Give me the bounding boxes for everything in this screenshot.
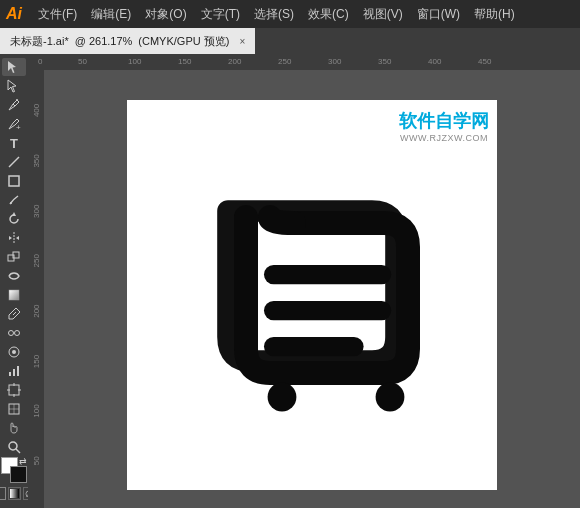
- svg-point-30: [9, 442, 17, 450]
- ruler-top: 0 50 100 150 200 250 300 350 400 450: [28, 54, 580, 70]
- svg-rect-13: [9, 290, 19, 300]
- tool-gradient[interactable]: [2, 286, 26, 304]
- canvas-wrapper[interactable]: 软件自学网 WWW.RJZXW.COM: [44, 70, 580, 508]
- swap-colors-icon[interactable]: ⇄: [19, 457, 27, 466]
- svg-marker-0: [8, 61, 16, 73]
- tool-slice[interactable]: [2, 400, 26, 418]
- svg-line-4: [9, 157, 19, 167]
- tool-line[interactable]: [2, 153, 26, 171]
- svg-rect-19: [9, 372, 11, 376]
- svg-marker-9: [9, 236, 12, 240]
- tool-select[interactable]: [2, 58, 26, 76]
- menu-edit[interactable]: 编辑(E): [85, 4, 137, 25]
- svg-point-15: [9, 331, 14, 336]
- tool-scale[interactable]: [2, 248, 26, 266]
- tool-rect[interactable]: [2, 172, 26, 190]
- menu-window[interactable]: 窗口(W): [411, 4, 466, 25]
- svg-line-14: [13, 312, 16, 315]
- tool-reflect[interactable]: [2, 229, 26, 247]
- shopping-cart-icon: [192, 175, 432, 415]
- menu-view[interactable]: 视图(V): [357, 4, 409, 25]
- svg-point-16: [15, 331, 20, 336]
- svg-rect-22: [9, 385, 19, 395]
- tool-warp[interactable]: [2, 267, 26, 285]
- tool-rotate[interactable]: [2, 210, 26, 228]
- svg-rect-33: [28, 54, 580, 70]
- tab-close-button[interactable]: ×: [239, 36, 245, 47]
- svg-marker-10: [16, 236, 19, 240]
- svg-rect-35: [28, 70, 44, 508]
- ruler-left: 0 50 100 150 200 250 300 350 400: [28, 70, 44, 508]
- tool-graph[interactable]: [2, 362, 26, 380]
- svg-text:+: +: [16, 123, 21, 131]
- tool-direct-select[interactable]: [2, 77, 26, 95]
- tool-pen[interactable]: [2, 96, 26, 114]
- svg-point-6: [10, 202, 12, 204]
- app-logo: Ai: [6, 5, 22, 23]
- gradient-mode-button[interactable]: [8, 487, 21, 500]
- ruler-and-canvas: 0 50 100 150 200 250 300 350 400: [28, 70, 580, 508]
- tool-eyedropper[interactable]: [2, 305, 26, 323]
- svg-marker-1: [8, 80, 16, 92]
- tool-hand[interactable]: [2, 419, 26, 437]
- tool-symbol[interactable]: [2, 343, 26, 361]
- tool-type[interactable]: T: [2, 134, 26, 152]
- svg-rect-20: [13, 369, 15, 376]
- menu-select[interactable]: 选择(S): [248, 4, 300, 25]
- watermark-url: WWW.RJZXW.COM: [399, 133, 489, 145]
- menu-file[interactable]: 文件(F): [32, 4, 83, 25]
- tabbar: 未标题-1.ai* @ 261.17% (CMYK/GPU 预览) ×: [0, 28, 580, 54]
- watermark-text: 软件自学网: [399, 110, 489, 133]
- tool-add-anchor[interactable]: +: [2, 115, 26, 133]
- canvas-area: 0 50 100 150 200 250 300 350 400 450: [28, 54, 580, 508]
- tool-artboard[interactable]: [2, 381, 26, 399]
- normal-mode-button[interactable]: [0, 487, 6, 500]
- svg-line-31: [16, 449, 20, 453]
- tab-mode: (CMYK/GPU 预览): [138, 34, 229, 49]
- color-swatch-area[interactable]: ⇄: [1, 457, 27, 483]
- svg-point-40: [268, 383, 297, 412]
- tool-zoom[interactable]: [2, 438, 26, 456]
- svg-rect-32: [10, 489, 19, 498]
- tool-blend[interactable]: [2, 324, 26, 342]
- tool-pencil[interactable]: [2, 191, 26, 209]
- toolbar-left: + T: [0, 54, 28, 508]
- svg-marker-7: [12, 212, 16, 216]
- artboard: 软件自学网 WWW.RJZXW.COM: [127, 100, 497, 490]
- menu-help[interactable]: 帮助(H): [468, 4, 521, 25]
- svg-rect-21: [17, 366, 19, 376]
- svg-point-18: [12, 350, 16, 354]
- watermark: 软件自学网 WWW.RJZXW.COM: [399, 110, 489, 145]
- tab-zoom: @ 261.17%: [75, 35, 133, 47]
- menu-object[interactable]: 对象(O): [139, 4, 192, 25]
- svg-rect-5: [9, 176, 19, 186]
- main-layout: + T: [0, 54, 580, 508]
- svg-point-2: [16, 99, 18, 101]
- menu-type[interactable]: 文字(T): [195, 4, 246, 25]
- tab-label: 未标题-1.ai*: [10, 34, 69, 49]
- svg-point-41: [376, 383, 405, 412]
- menubar: Ai 文件(F) 编辑(E) 对象(O) 文字(T) 选择(S) 效果(C) 视…: [0, 0, 580, 28]
- stroke-color-black: [10, 466, 27, 483]
- menu-effect[interactable]: 效果(C): [302, 4, 355, 25]
- active-tab[interactable]: 未标题-1.ai* @ 261.17% (CMYK/GPU 预览) ×: [0, 28, 255, 54]
